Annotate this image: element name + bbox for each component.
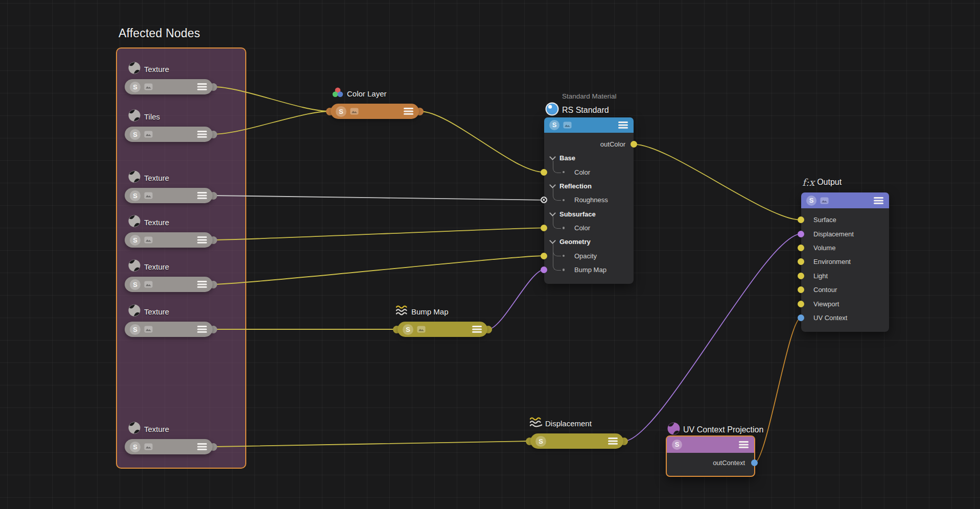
volume-port[interactable] [798, 245, 804, 251]
output-port[interactable] [209, 192, 217, 200]
menu-icon[interactable] [197, 192, 207, 193]
menu-icon[interactable] [608, 438, 618, 439]
node-pill[interactable]: S [125, 232, 213, 248]
uv-context-port[interactable] [798, 314, 804, 321]
node-pill[interactable]: S [331, 104, 419, 119]
input-port[interactable] [526, 438, 533, 445]
material-ball-icon [545, 102, 559, 118]
menu-icon[interactable] [197, 131, 207, 132]
wire-t5.out-to-rs.opacity[interactable] [214, 256, 544, 284]
node-label: Texture [128, 260, 213, 273]
menu-icon[interactable] [739, 441, 749, 443]
wire-uv.outContext-to-out.uv[interactable] [755, 318, 801, 463]
texture-sphere-icon [128, 170, 141, 185]
wire-disp.out-to-out.displacement[interactable] [624, 234, 801, 441]
menu-icon[interactable] [874, 197, 883, 199]
menu-icon[interactable] [197, 326, 207, 327]
output-row-uv-context[interactable]: UV Context [801, 311, 889, 325]
wire-cl.out-to-rs.baseColor[interactable] [420, 111, 544, 172]
output-row-environment[interactable]: Environment [801, 255, 889, 269]
menu-icon[interactable] [472, 326, 482, 327]
node-bump-map[interactable]: Bump Map S [398, 305, 487, 337]
node-texture-6[interactable]: Texture S [125, 422, 213, 454]
wire-rs.outColor-to-out.surface[interactable] [634, 144, 801, 220]
output-row-displacement[interactable]: Displacement [801, 227, 889, 240]
menu-icon[interactable] [197, 83, 207, 85]
output-row-volume[interactable]: Volume [801, 241, 889, 255]
opacity-port[interactable] [541, 253, 547, 259]
output-port[interactable] [209, 443, 217, 451]
node-texture-3[interactable]: Texture S [125, 215, 213, 248]
node-texture-2[interactable]: Texture S [125, 171, 213, 203]
texture-sphere-icon [128, 109, 141, 124]
node-pill[interactable]: S [125, 277, 213, 292]
subsurface-color-port[interactable] [541, 225, 547, 231]
output-row-contour[interactable]: Contour [801, 283, 889, 297]
twig-dot [563, 199, 565, 201]
image-icon [144, 281, 153, 288]
outcolor-port[interactable] [631, 141, 637, 148]
uv-row-outcontext[interactable]: outContext [667, 456, 754, 470]
node-pill[interactable]: S [125, 79, 213, 94]
output-port[interactable] [620, 438, 628, 445]
output-port[interactable] [209, 131, 217, 138]
rs-node-header[interactable]: S [544, 117, 634, 133]
base-color-port[interactable] [541, 169, 547, 176]
displacement-port[interactable] [798, 231, 804, 237]
output-node-header[interactable]: S [801, 192, 889, 208]
node-pill[interactable]: S [530, 433, 623, 449]
rs-row-base-color[interactable]: Color [544, 165, 634, 179]
node-texture-4[interactable]: Texture S [125, 260, 213, 292]
rs-row-subsurface-color[interactable]: Color [544, 221, 634, 235]
input-port[interactable] [326, 108, 334, 115]
node-output[interactable]: S Surface Displacement Volume Environmen… [801, 192, 889, 332]
roughness-port[interactable] [541, 197, 547, 203]
uv-node-header[interactable]: S [667, 437, 754, 453]
menu-icon[interactable] [618, 122, 628, 123]
node-label: Texture [128, 215, 213, 229]
node-pill[interactable]: S [125, 127, 213, 142]
image-icon [350, 108, 359, 115]
output-port[interactable] [209, 281, 217, 288]
node-tiles[interactable]: Tiles S [125, 110, 213, 142]
rs-row-bump-map[interactable]: Bump Map [544, 263, 634, 277]
node-texture-5[interactable]: Texture S [125, 305, 213, 337]
output-port[interactable] [209, 326, 217, 333]
output-row-surface[interactable]: Surface [801, 213, 889, 227]
menu-icon[interactable] [197, 236, 207, 238]
output-port[interactable] [209, 236, 217, 244]
node-pill[interactable]: S [398, 322, 487, 337]
wire-t4.out-to-rs.subColor[interactable] [214, 228, 544, 240]
node-pill[interactable]: S [125, 439, 213, 454]
viewport-port[interactable] [798, 301, 804, 307]
image-icon [144, 192, 153, 199]
wire-t7.out-to-disp.in[interactable] [214, 441, 530, 447]
node-graph-canvas[interactable]: Affected Nodes Texture S Tiles S [0, 0, 980, 509]
node-rs-standard[interactable]: S outColor Base Color Reflection Roughne… [544, 117, 634, 284]
menu-icon[interactable] [197, 443, 207, 445]
outcontext-port[interactable] [751, 459, 758, 466]
node-displacement[interactable]: Displacement S [530, 417, 623, 449]
menu-icon[interactable] [197, 281, 207, 282]
node-color-layer[interactable]: Color Layer S [331, 87, 419, 119]
texture-sphere-icon [128, 421, 141, 437]
input-port[interactable] [393, 326, 401, 333]
output-port[interactable] [209, 83, 217, 91]
rs-node-body: outColor Base Color Reflection Roughness… [544, 133, 634, 284]
texture-sphere-icon [128, 259, 141, 274]
output-port[interactable] [484, 326, 492, 333]
menu-icon[interactable] [404, 108, 413, 109]
node-pill[interactable]: S [125, 188, 213, 203]
tree-elbow [553, 188, 561, 201]
output-row-viewport[interactable]: Viewport [801, 297, 889, 310]
bump-map-port[interactable] [541, 266, 547, 273]
light-port[interactable] [798, 273, 804, 279]
wire-bm.out-to-rs.bump[interactable] [488, 270, 544, 329]
node-texture-1[interactable]: Texture S [125, 62, 213, 94]
node-uv-context-projection[interactable]: S outContext [666, 435, 755, 477]
output-port[interactable] [416, 108, 424, 115]
rs-row-roughness[interactable]: Roughness [544, 193, 634, 207]
node-pill[interactable]: S [125, 322, 213, 337]
output-row-light[interactable]: Light [801, 269, 889, 283]
wire-t3.out-to-rs.roughness[interactable] [214, 196, 544, 200]
